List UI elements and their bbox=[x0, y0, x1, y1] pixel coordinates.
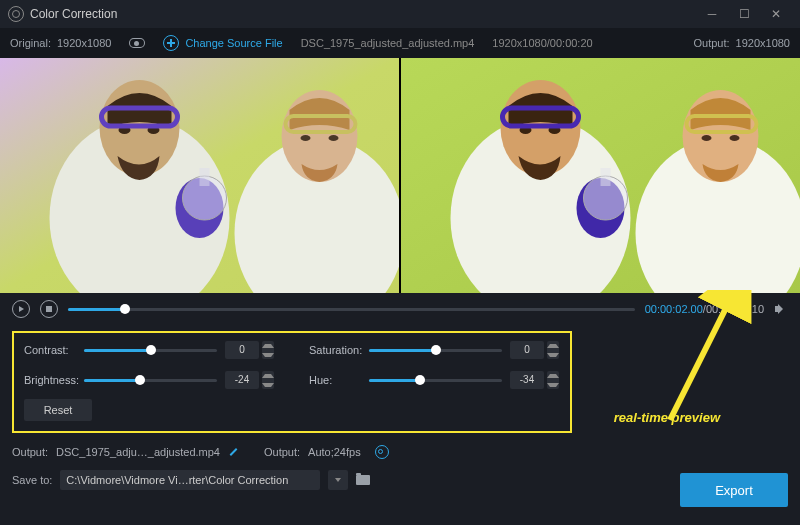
hue-slider[interactable] bbox=[369, 373, 502, 387]
stop-icon bbox=[46, 306, 52, 312]
color-controls-panel: Contrast: 0 Saturation: 0 Brightness: -2… bbox=[12, 331, 572, 433]
svg-rect-22 bbox=[601, 168, 611, 186]
contrast-stepper[interactable] bbox=[262, 341, 274, 359]
original-label: Original: bbox=[10, 37, 51, 49]
contrast-label: Contrast: bbox=[24, 344, 84, 356]
window-title: Color Correction bbox=[30, 7, 117, 21]
saturation-slider[interactable] bbox=[369, 343, 502, 357]
gear-icon[interactable] bbox=[375, 445, 389, 459]
brightness-value[interactable]: -24 bbox=[225, 371, 259, 389]
output-file-label: Output: bbox=[12, 446, 48, 458]
hue-stepper[interactable] bbox=[547, 371, 559, 389]
source-filename: DSC_1975_adjusted_adjusted.mp4 bbox=[301, 37, 475, 49]
output-resolution: 1920x1080 bbox=[736, 37, 790, 49]
output-settings-value: Auto;24fps bbox=[308, 446, 361, 458]
titlebar: Color Correction ─ ☐ ✕ bbox=[0, 0, 800, 28]
save-path-field[interactable]: C:\Vidmore\Vidmore Vi…rter\Color Correct… bbox=[60, 470, 320, 490]
folder-icon[interactable] bbox=[356, 475, 370, 485]
maximize-button[interactable]: ☐ bbox=[728, 0, 760, 28]
change-source-button[interactable]: Change Source File bbox=[163, 35, 282, 51]
svg-point-26 bbox=[730, 135, 740, 141]
svg-point-25 bbox=[702, 135, 712, 141]
eye-icon[interactable] bbox=[129, 38, 145, 48]
timecode-total: /00:00:20.10 bbox=[703, 303, 764, 315]
preview-original bbox=[0, 58, 399, 293]
play-icon bbox=[19, 306, 24, 312]
preview-corrected bbox=[401, 58, 800, 293]
original-resolution: 1920x1080 bbox=[57, 37, 111, 49]
app-logo-icon bbox=[8, 6, 24, 22]
playback-row: 00:00:02.00/00:00:20.10 bbox=[0, 293, 800, 325]
brightness-label: Brightness: bbox=[24, 374, 84, 386]
saturation-stepper[interactable] bbox=[547, 341, 559, 359]
edit-icon[interactable] bbox=[228, 446, 240, 458]
brightness-stepper[interactable] bbox=[262, 371, 274, 389]
stop-button[interactable] bbox=[40, 300, 58, 318]
info-bar: Original: 1920x1080 Change Source File D… bbox=[0, 28, 800, 58]
hue-value[interactable]: -34 bbox=[510, 371, 544, 389]
output-row: Output: DSC_1975_adju…_adjusted.mp4 Outp… bbox=[0, 439, 800, 465]
export-button[interactable]: Export bbox=[680, 473, 788, 507]
saturation-value[interactable]: 0 bbox=[510, 341, 544, 359]
change-source-label: Change Source File bbox=[185, 37, 282, 49]
reset-button[interactable]: Reset bbox=[24, 399, 92, 421]
output-settings-label: Output: bbox=[264, 446, 300, 458]
volume-icon[interactable] bbox=[774, 302, 788, 316]
contrast-value[interactable]: 0 bbox=[225, 341, 259, 359]
svg-point-11 bbox=[301, 135, 311, 141]
minimize-button[interactable]: ─ bbox=[696, 0, 728, 28]
svg-rect-8 bbox=[200, 168, 210, 186]
annotation-text: real-time preview bbox=[614, 410, 720, 425]
output-label: Output: bbox=[693, 37, 729, 49]
seek-slider[interactable] bbox=[68, 302, 635, 316]
source-meta: 1920x1080/00:00:20 bbox=[492, 37, 592, 49]
play-button[interactable] bbox=[12, 300, 30, 318]
save-to-label: Save to: bbox=[12, 474, 52, 486]
hue-label: Hue: bbox=[309, 374, 369, 386]
plus-circle-icon bbox=[163, 35, 179, 51]
brightness-slider[interactable] bbox=[84, 373, 217, 387]
timecode: 00:00:02.00/00:00:20.10 bbox=[645, 303, 764, 315]
preview-row bbox=[0, 58, 800, 293]
saturation-label: Saturation: bbox=[309, 344, 369, 356]
save-path-dropdown[interactable] bbox=[328, 470, 348, 490]
contrast-slider[interactable] bbox=[84, 343, 217, 357]
svg-point-12 bbox=[329, 135, 339, 141]
close-button[interactable]: ✕ bbox=[760, 0, 792, 28]
output-filename: DSC_1975_adju…_adjusted.mp4 bbox=[56, 446, 220, 458]
timecode-current: 00:00:02.00 bbox=[645, 303, 703, 315]
